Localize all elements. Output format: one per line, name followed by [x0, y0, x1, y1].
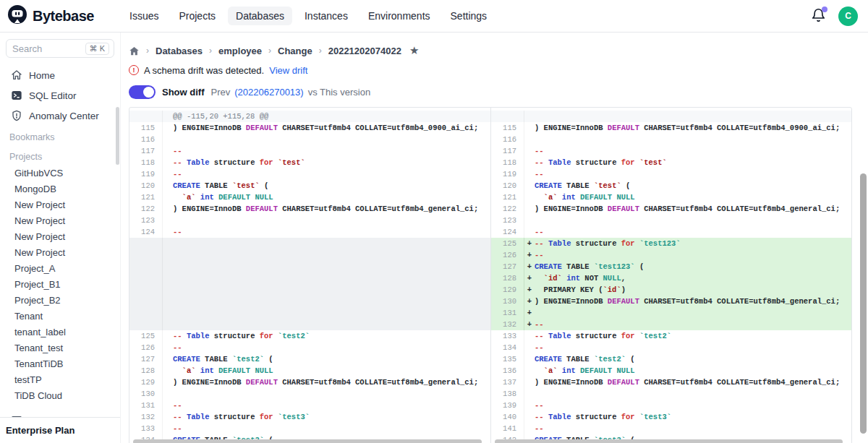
line-number: 132	[129, 411, 163, 423]
diff-row: 130	[129, 388, 490, 400]
diff-row: 118-- Table structure for `test`	[491, 157, 851, 168]
show-diff-toggle[interactable]	[129, 85, 156, 99]
sidebar-project-item[interactable]: Tenant	[6, 308, 114, 324]
diff-row: 129+ PRIMARY KEY (`id`)	[491, 284, 851, 296]
sidebar-project-item[interactable]: TenantTiDB	[6, 356, 114, 371]
diff-row: 135CREATE TABLE `test2` (	[491, 353, 851, 365]
user-avatar[interactable]: C	[838, 7, 858, 26]
diff-pane-previous: @@ -115,20 +115,28 @@115) ENGINE=InnoDB …	[129, 108, 490, 443]
diff-row: 139--	[491, 400, 851, 411]
sidebar-section-bookmarks: Bookmarks	[6, 126, 114, 145]
diff-row: 118-- Table structure for `test`	[129, 157, 490, 168]
breadcrumb-item-change[interactable]: Change	[278, 46, 312, 56]
line-number: 125	[491, 238, 524, 249]
diff-row: 124--	[129, 226, 490, 238]
nav-item-instances[interactable]: Instances	[297, 7, 356, 25]
sidebar-project-item[interactable]: testTP	[6, 371, 114, 387]
line-number: 123	[491, 215, 524, 226]
sidebar-project-item[interactable]: Tenant_test	[6, 340, 114, 356]
subscription-plan-label[interactable]: Enterprise Plan	[0, 417, 120, 443]
diff-sign	[524, 192, 535, 203]
line-number: 131	[491, 307, 524, 319]
diff-sign	[524, 215, 535, 226]
nav-item-projects[interactable]: Projects	[171, 7, 224, 25]
page-scrollbar[interactable]	[860, 173, 867, 434]
diff-row: 115) ENGINE=InnoDB DEFAULT CHARSET=utf8m…	[129, 122, 490, 134]
nav-item-environments[interactable]: Environments	[360, 7, 438, 25]
code-line: CREATE TABLE `test` (	[173, 180, 268, 192]
diff-sign	[163, 192, 173, 203]
bytebase-logo[interactable]: Bytebase	[0, 4, 122, 27]
line-number: 120	[491, 180, 524, 192]
view-drift-link[interactable]: View drift	[269, 65, 307, 76]
sidebar-project-item[interactable]: New Project	[6, 197, 114, 212]
nav-item-issues[interactable]: Issues	[122, 7, 166, 25]
nav-item-settings[interactable]: Settings	[443, 7, 495, 25]
diff-hunk-header	[491, 111, 851, 122]
code-line: --	[535, 400, 544, 411]
sidebar-item-label: SQL Editor	[29, 90, 77, 101]
sidebar-project-item[interactable]: Project_B2	[6, 292, 114, 308]
terminal-icon	[10, 90, 22, 102]
sidebar-project-item[interactable]: New Project	[6, 228, 114, 244]
diff-sign	[524, 145, 535, 157]
sidebar-project-item[interactable]: New Project	[6, 212, 114, 228]
search-input[interactable]	[12, 43, 70, 54]
diff-sign	[524, 111, 535, 122]
sidebar-project-item[interactable]: New Project	[6, 244, 114, 260]
diff-row: 127CREATE TABLE `test2` (	[129, 353, 490, 365]
diff-sign	[163, 134, 173, 145]
sidebar-item-anomaly-center[interactable]: Anomaly Center	[6, 106, 114, 126]
diff-row: 131+	[491, 307, 851, 319]
code-line: --	[173, 342, 182, 353]
breadcrumb-item-employee[interactable]: employee	[218, 46, 262, 56]
horizontal-scrollbar[interactable]	[133, 439, 482, 443]
diff-rows-left: @@ -115,20 +115,28 @@115) ENGINE=InnoDB …	[129, 111, 490, 443]
sidebar-scrollbar[interactable]	[116, 107, 119, 165]
diff-sign	[524, 353, 535, 365]
sidebar-project-item[interactable]: MongoDB	[6, 181, 114, 197]
breadcrumb-item-version: 20221202074022	[328, 46, 401, 56]
sidebar-item-home[interactable]: Home	[6, 65, 114, 85]
sidebar-item-sql-editor[interactable]: SQL Editor	[6, 85, 114, 106]
diff-sign	[163, 238, 173, 330]
search-box[interactable]: ⌘ K	[6, 39, 114, 58]
diff-row: 120CREATE TABLE `test` (	[129, 180, 490, 192]
sidebar-project-item[interactable]: Project_B1	[6, 276, 114, 292]
sidebar-project-item[interactable]: Project_A	[6, 260, 114, 276]
code-line: CREATE TABLE `test2` (	[535, 353, 635, 365]
diff-row: 116	[129, 134, 490, 145]
diff-sign	[163, 215, 173, 226]
diff-row	[129, 238, 490, 330]
brand-name: Bytebase	[33, 8, 94, 25]
breadcrumb-item-databases[interactable]: Databases	[156, 46, 203, 56]
line-number: 122	[491, 203, 524, 215]
sidebar-project-item[interactable]: TiDB Cloud	[6, 387, 114, 403]
diff-sign: +	[524, 261, 535, 272]
code-line: -- Table structure for `test123`	[535, 238, 681, 249]
diff-sign	[524, 365, 535, 377]
code-line: -- Table structure for `test`	[535, 157, 667, 168]
code-line: --	[535, 249, 544, 261]
horizontal-scrollbar[interactable]	[495, 439, 843, 443]
bookmark-star-icon[interactable]: ★	[409, 44, 419, 57]
nav-item-databases[interactable]: Databases	[228, 7, 292, 25]
diff-row: 126+--	[491, 249, 851, 261]
line-number: 133	[129, 423, 163, 434]
sidebar-project-item[interactable]: tenant_label	[6, 324, 114, 340]
diff-row: 120CREATE TABLE `test` (	[491, 180, 851, 192]
line-number: 120	[129, 180, 163, 192]
line-number: 133	[491, 330, 524, 342]
line-number: 129	[491, 284, 524, 296]
diff-sign	[163, 353, 173, 365]
code-line: -- Table structure for `test3`	[535, 411, 671, 423]
diff-row: 136 `a` int DEFAULT NULL	[491, 365, 851, 377]
diff-sign	[163, 365, 173, 377]
code-line: ) ENGINE=InnoDB DEFAULT CHARSET=utf8mb4 …	[535, 203, 840, 215]
notifications-button[interactable]	[811, 8, 827, 24]
prev-version-link[interactable]: (202206270013)	[234, 87, 303, 98]
diff-row: 141--	[491, 423, 851, 434]
breadcrumb-home-icon[interactable]	[129, 46, 140, 56]
sidebar-project-item[interactable]: GitHubVCS	[6, 165, 114, 181]
line-number: 116	[129, 134, 163, 145]
